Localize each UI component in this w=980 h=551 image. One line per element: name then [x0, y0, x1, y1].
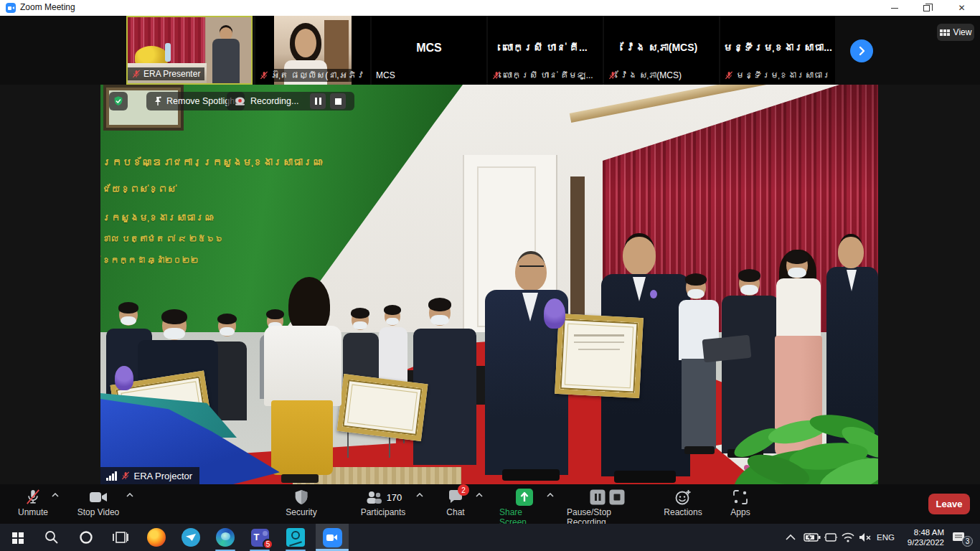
tray-volume[interactable]: [858, 524, 872, 551]
banner-text: ជ័យខ្ពស់ខ្ពស់: [102, 184, 176, 194]
firefox-icon: [147, 528, 166, 547]
spotlight-video[interactable]: ក្របខ័ណ្ឌរាជការក្រសួងមុខងារសាធារណៈ ជ័យខ្…: [100, 85, 878, 484]
tray-clock[interactable]: 8:48 AM 9/23/2022: [900, 524, 944, 551]
tile-name-label: មន្ទីរមុខងារសាធារណ: ...: [720, 69, 831, 82]
close-button[interactable]: ✕: [946, 0, 978, 16]
tray-notifications[interactable]: 3: [951, 524, 967, 551]
tray-wifi[interactable]: [841, 524, 855, 551]
purple-ribbon: [544, 298, 565, 329]
person-shoes: [614, 471, 676, 483]
person-head: [429, 300, 451, 326]
chat-bubble-icon: 2: [448, 487, 463, 507]
task-view-icon: [112, 529, 129, 545]
participant-name: មន្ទីរមុខងារសាធារណ: ...: [736, 70, 831, 80]
apps-icon: [732, 487, 748, 507]
cortana-icon: [78, 529, 94, 545]
tile-big-name: លោកស្រី ហាន់ គី...: [488, 42, 603, 53]
tray-display[interactable]: [824, 524, 838, 551]
minimize-button[interactable]: [878, 0, 910, 16]
window-titlebar[interactable]: Zoom Meeting ✕: [0, 0, 980, 16]
tile-participant-4[interactable]: លោកស្រី ហាន់ គី... លោកស្រី ហាន់ គឹមឡូ...: [488, 16, 603, 85]
view-button[interactable]: View: [937, 24, 974, 41]
telegram-taskbar-icon[interactable]: [176, 524, 205, 551]
muted-mic-icon: [132, 70, 141, 78]
person-glasses: [519, 265, 544, 270]
zoom-taskbar-icon[interactable]: [316, 524, 349, 551]
banner-text: ខែកក្កដា ឆ្នាំ២០២២: [102, 255, 199, 265]
webcam-app-taskbar-icon[interactable]: [281, 524, 310, 551]
banner-text: ក្របខ័ណ្ឌរាជការក្រសួងមុខងារសាធារណៈ: [102, 156, 323, 168]
stop-video-label: Stop Video: [77, 507, 120, 517]
recording-indicator: Recording...: [227, 92, 354, 110]
tray-language[interactable]: ENG: [877, 524, 895, 551]
teams-taskbar-icon[interactable]: T 5: [245, 524, 274, 551]
share-screen-button[interactable]: Share Screen: [499, 487, 550, 527]
start-button[interactable]: [3, 524, 32, 551]
tile-big-name: វ៉ែង សុភា(MCS): [604, 42, 719, 53]
speaker-name: ERA Projector: [134, 471, 193, 481]
cortana-button[interactable]: [72, 524, 100, 551]
tile-name-label: អ៊ុត ផល្លីស(នា,អភិវឌ្ឍ...: [255, 69, 366, 82]
person-head: [515, 254, 547, 291]
tray-hidden-icons[interactable]: [785, 524, 796, 551]
person-head: [352, 310, 369, 330]
gallery-next-page-button[interactable]: [850, 39, 873, 62]
security-label: Security: [286, 507, 316, 517]
firefox-taskbar-icon[interactable]: [142, 524, 171, 551]
meeting-security-indicator[interactable]: [109, 92, 128, 110]
stop-video-button[interactable]: Stop Video: [73, 487, 123, 517]
participants-options-chevron[interactable]: [416, 493, 423, 497]
apps-button[interactable]: Apps: [723, 487, 758, 517]
reactions-button[interactable]: Reactions: [661, 487, 705, 517]
search-button[interactable]: [37, 524, 66, 551]
scene-doorway: [570, 176, 585, 320]
tile-participant-6[interactable]: មន្ទីរមុខងារសាធា... មន្ទីរមុខងារសាធារណ: …: [720, 16, 835, 85]
clock-date: 9/23/2022: [908, 537, 944, 547]
task-view-button[interactable]: [106, 524, 135, 551]
muted-mic-icon: [725, 71, 733, 80]
unmute-button[interactable]: Unmute: [13, 487, 53, 517]
person-trousers: [682, 359, 716, 449]
gallery-grid-icon: [940, 29, 950, 36]
person-white-top: [776, 278, 821, 337]
tile-participant-5[interactable]: វ៉ែង សុភា(MCS) វ៉ែង សុភា(MCS): [604, 16, 719, 85]
unmute-options-chevron[interactable]: [52, 493, 59, 497]
muted-mic-icon: [25, 487, 41, 507]
certificate-frame-main: [555, 314, 644, 398]
stop-recording-button[interactable]: [330, 93, 346, 109]
tile-mcs[interactable]: MCS MCS: [372, 16, 486, 85]
shield-check-icon: [113, 95, 124, 107]
pause-stop-recording-button[interactable]: Pause/Stop Recording: [567, 487, 647, 527]
tile-era-presenter[interactable]: ERA Presenter: [126, 16, 253, 85]
person-white-jacket: [264, 326, 341, 406]
pin-icon: [154, 96, 162, 106]
tile-big-name: MCS: [372, 42, 486, 55]
person-body: [379, 327, 407, 385]
chat-button[interactable]: 2 Chat: [439, 487, 472, 517]
person-head: [623, 237, 656, 276]
edge-taskbar-icon[interactable]: [211, 524, 240, 551]
person-boutonniere: [650, 290, 657, 298]
tile-participant-photo[interactable]: អ៊ុត ផល្លីស(នា,អភិវឌ្ឍ...: [255, 16, 370, 85]
tile-big-name: មន្ទីរមុខងារសាធា...: [720, 42, 835, 53]
restore-button[interactable]: [910, 0, 943, 16]
pause-recording-button[interactable]: [310, 93, 326, 109]
gallery-strip: ERA Presenter អ៊ុត ផល្លីស(នា,អភិវឌ្ឍ... …: [0, 16, 980, 85]
view-label: View: [953, 27, 972, 37]
tile-bottle: [165, 43, 171, 62]
participants-button[interactable]: 170 Participants: [353, 487, 413, 517]
share-options-chevron[interactable]: [547, 493, 554, 497]
edge-icon: [216, 528, 235, 547]
tray-battery[interactable]: [804, 524, 821, 551]
stop-video-options-chevron[interactable]: [126, 493, 133, 497]
clock-time: 8:48 AM: [908, 527, 944, 537]
security-button[interactable]: Security: [280, 487, 323, 517]
participants-label: Participants: [361, 507, 406, 517]
notification-count-badge: 3: [962, 536, 973, 547]
person-head: [119, 304, 138, 326]
wifi-icon: [841, 532, 855, 543]
chat-options-chevron[interactable]: [476, 493, 483, 497]
active-speaker-label: ERA Projector: [100, 467, 199, 484]
leave-button[interactable]: Leave: [928, 494, 970, 514]
person-shoes: [684, 446, 715, 454]
